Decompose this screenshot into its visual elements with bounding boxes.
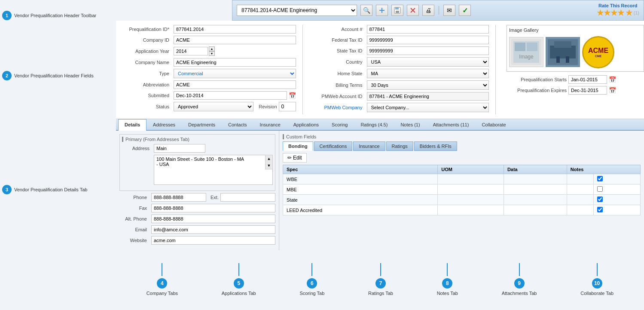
edit-pencil-icon: ✏ bbox=[287, 155, 292, 161]
uom-mbe bbox=[438, 184, 504, 195]
cf-tab-bidders[interactable]: Bidders & RFIs bbox=[414, 141, 457, 151]
tab-departments[interactable]: Departments bbox=[182, 119, 222, 130]
state-tax-input[interactable] bbox=[367, 46, 489, 55]
pmweb-company-select[interactable]: Select Company... bbox=[367, 103, 489, 112]
checkbox-mbe[interactable] bbox=[597, 186, 603, 192]
cf-tab-bonding[interactable]: Bonding bbox=[283, 141, 313, 151]
state-tax-label: State Tax ID bbox=[314, 48, 365, 53]
spec-state: State bbox=[283, 195, 438, 205]
callout-7: 7 Ratings Tab bbox=[368, 263, 393, 296]
callout-10: 10 Collaborate Tab bbox=[580, 263, 613, 296]
submitted-calendar-icon[interactable]: 📅 bbox=[289, 92, 296, 99]
tab-notes[interactable]: Notes (1) bbox=[394, 119, 426, 130]
ext-input[interactable] bbox=[220, 193, 275, 202]
callout-circle-9: 9 bbox=[514, 278, 525, 289]
checkbox-leed[interactable] bbox=[597, 207, 603, 212]
callout-label-4: Company Tabs bbox=[147, 291, 178, 296]
email-input[interactable] bbox=[151, 225, 275, 234]
website-input[interactable] bbox=[151, 236, 275, 245]
table-row: State bbox=[283, 195, 641, 205]
annotation-2-label: Vendor Prequalification Header Fields bbox=[14, 73, 94, 78]
tab-attachments[interactable]: Attachments (11) bbox=[427, 119, 476, 130]
home-state-select[interactable]: MA bbox=[367, 69, 489, 78]
tab-insurance[interactable]: Insurance bbox=[253, 119, 287, 130]
custom-fields-table: Spec UOM Data Notes WBE bbox=[283, 165, 641, 215]
cf-tab-insurance[interactable]: Insurance bbox=[353, 141, 385, 151]
submitted-input[interactable] bbox=[174, 91, 287, 100]
add-button[interactable] bbox=[376, 5, 388, 16]
status-select[interactable]: Approved bbox=[174, 102, 253, 111]
vendor-prequal-header-fields: Prequalification ID* Company ID Applicat… bbox=[116, 21, 644, 119]
checkbox-wbe[interactable] bbox=[597, 176, 603, 181]
address-textarea[interactable]: 100 Main Street - Suite 100 - Boston - M… bbox=[154, 155, 273, 185]
delete-button[interactable] bbox=[407, 5, 419, 16]
svg-rect-1 bbox=[382, 8, 382, 13]
approve-button[interactable]: ✓ bbox=[459, 5, 471, 16]
scroll-down-btn[interactable]: ▼ bbox=[266, 162, 272, 169]
account-input[interactable] bbox=[367, 25, 489, 34]
prequal-starts-calendar[interactable]: 📅 bbox=[609, 76, 616, 83]
cf-tab-certifications[interactable]: Certifications bbox=[314, 141, 353, 151]
tab-ratings[interactable]: Ratings (4.5) bbox=[354, 119, 394, 130]
phone-input[interactable] bbox=[151, 193, 206, 202]
save-button[interactable] bbox=[391, 5, 403, 16]
address-name-input[interactable] bbox=[154, 144, 205, 153]
fax-input[interactable] bbox=[151, 204, 275, 212]
tab-addresses[interactable]: Addresses bbox=[147, 119, 182, 130]
pmweb-account-label: PMWeb Account ID bbox=[314, 94, 365, 99]
pmweb-company-link[interactable]: PMWeb Company bbox=[314, 105, 365, 110]
billing-terms-select[interactable]: 30 Days bbox=[367, 80, 489, 90]
prequal-starts-input[interactable] bbox=[568, 75, 607, 84]
email-button[interactable]: ✉ bbox=[443, 5, 455, 16]
record-selector[interactable]: 877841.2014-ACME Engineering bbox=[237, 5, 357, 16]
svg-rect-16 bbox=[554, 41, 571, 48]
left-panel: Primary (From Addresses Tab) Address 100… bbox=[116, 131, 279, 250]
svg-rect-11 bbox=[527, 43, 537, 51]
federal-tax-input[interactable] bbox=[367, 36, 489, 44]
home-state-label: Home State bbox=[314, 71, 365, 76]
tab-details[interactable]: Details bbox=[118, 119, 147, 131]
stars-filled[interactable]: ★★★★ bbox=[597, 8, 624, 18]
star-half[interactable]: ★ bbox=[626, 8, 632, 18]
revision-input[interactable] bbox=[279, 102, 296, 111]
col-notes: Notes bbox=[567, 165, 640, 174]
country-select[interactable]: USA bbox=[367, 57, 489, 67]
col-uom: UOM bbox=[438, 165, 504, 174]
tab-applications[interactable]: Applications bbox=[287, 119, 325, 130]
tabs-bar: Details Addresses Departments Contacts I… bbox=[116, 119, 644, 131]
prequal-id-input[interactable] bbox=[174, 25, 296, 34]
edit-button[interactable]: ✏ Edit bbox=[283, 153, 307, 163]
checkbox-state[interactable] bbox=[597, 196, 603, 202]
scroll-up-btn[interactable]: ▲ bbox=[266, 155, 272, 162]
prequal-expires-calendar[interactable]: 📅 bbox=[609, 87, 616, 94]
submitted-label: Submitted bbox=[120, 93, 172, 98]
callout-circle-7: 7 bbox=[375, 278, 386, 289]
company-id-input[interactable] bbox=[174, 36, 296, 44]
prequal-expires-input[interactable] bbox=[568, 86, 607, 95]
company-name-input[interactable] bbox=[174, 58, 296, 67]
cf-tab-ratings[interactable]: Ratings bbox=[386, 141, 413, 151]
alt-phone-input[interactable] bbox=[151, 215, 275, 223]
year-down-btn[interactable]: ▼ bbox=[209, 51, 215, 56]
print-button[interactable]: 🖨 bbox=[422, 5, 434, 16]
year-up-btn[interactable]: ▲ bbox=[209, 46, 215, 51]
table-row: WBE bbox=[283, 174, 641, 184]
tab-contacts[interactable]: Contacts bbox=[222, 119, 253, 130]
prequal-expires-label: Prequalification Expires bbox=[507, 88, 567, 93]
annotation-3: 3 bbox=[2, 185, 12, 194]
col-data: Data bbox=[504, 165, 567, 174]
gallery-img-2 bbox=[546, 37, 580, 67]
callout-label-7: Ratings Tab bbox=[368, 291, 393, 296]
tab-scoring[interactable]: Scoring bbox=[325, 119, 354, 130]
gallery-img-1: Image bbox=[509, 37, 543, 67]
svg-rect-5 bbox=[396, 11, 399, 13]
tab-collaborate[interactable]: Collaborate bbox=[475, 119, 512, 130]
app-year-input[interactable] bbox=[174, 47, 208, 55]
abbreviation-input[interactable] bbox=[174, 80, 296, 89]
uom-state bbox=[438, 195, 504, 205]
search-button[interactable]: 🔍 bbox=[360, 5, 372, 16]
federal-tax-label: Federal Tax ID bbox=[314, 37, 365, 43]
col-spec: Spec bbox=[283, 165, 438, 174]
type-select[interactable]: Commercial bbox=[174, 69, 296, 78]
acme-logo: ACME CME bbox=[582, 36, 614, 68]
